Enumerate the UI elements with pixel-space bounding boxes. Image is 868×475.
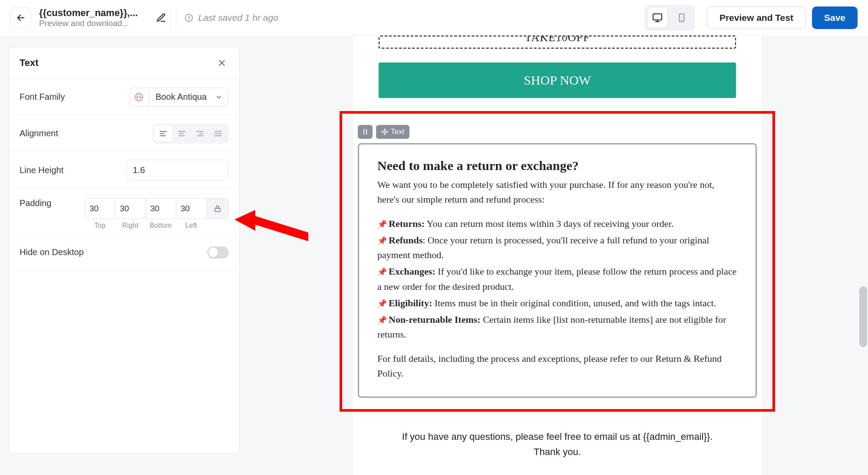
close-icon [218, 59, 226, 67]
monitor-icon [652, 13, 663, 23]
text-properties-panel: Text Font Family Book Antiqua Alignment [9, 47, 240, 453]
padding-inputs [85, 198, 229, 219]
last-saved-text: Last saved 1 hr ago [198, 13, 278, 23]
save-button[interactable]: Save [812, 7, 858, 29]
back-button[interactable] [10, 7, 31, 28]
font-family-dropdown[interactable]: Book Antiqua [148, 88, 229, 107]
columns-icon [361, 128, 369, 136]
hide-desktop-label: Hide on Desktop [20, 247, 84, 257]
padding-bottom-sublabel: Bottom [145, 222, 176, 229]
policy-exchanges: 📌Exchanges: If you'd like to exchange yo… [377, 264, 737, 294]
padding-sublabels: Top Right Bottom Left [85, 222, 229, 229]
policy-returns: 📌Returns: You can return most items with… [377, 216, 737, 231]
policy-nonreturnable: 📌Non-returnable Items: Certain items lik… [377, 312, 737, 342]
pencil-icon [156, 13, 166, 23]
align-center-icon [177, 129, 186, 138]
panel-header: Text [9, 47, 239, 79]
page-title: {{customer_name}},... [39, 7, 138, 19]
policy-refunds: 📌Refunds: Once your return is processed,… [377, 233, 737, 262]
lock-icon [214, 205, 221, 213]
pin-icon: 📌 [377, 299, 387, 308]
block-type-badge[interactable]: Text [376, 125, 409, 139]
block-columns-button[interactable] [358, 125, 373, 139]
pin-icon: 📌 [377, 316, 387, 324]
align-center-button[interactable] [172, 125, 191, 142]
device-mobile-button[interactable] [671, 7, 692, 28]
panel-empty-area [9, 271, 239, 453]
align-right-button[interactable] [191, 125, 209, 142]
svg-rect-2 [653, 14, 662, 20]
coupon-code-text: TAKE10OFF [525, 36, 590, 44]
edit-title-button[interactable] [151, 7, 172, 28]
padding-right-sublabel: Right [115, 222, 145, 229]
pin-icon: 📌 [377, 236, 387, 245]
email-canvas[interactable]: TAKE10OFF SHOP NOW Text Need to make a r… [353, 36, 762, 475]
page-title-block: {{customer_name}},... Preview and downlo… [39, 7, 138, 28]
text-block-closing: For full details, including the process … [377, 351, 737, 381]
line-height-label: Line Height [20, 165, 63, 175]
preview-test-button[interactable]: Preview and Test [707, 7, 806, 29]
coupon-code-box[interactable]: TAKE10OFF [379, 36, 736, 49]
align-justify-button[interactable] [209, 125, 227, 142]
global-style-button[interactable] [129, 88, 148, 107]
text-block[interactable]: Need to make a return or exchange? We wa… [358, 143, 757, 398]
font-family-row: Font Family Book Antiqua [9, 79, 239, 115]
alignment-group [152, 124, 229, 144]
align-right-icon [195, 129, 204, 138]
padding-bottom-input[interactable] [146, 199, 176, 219]
align-justify-icon [214, 129, 222, 138]
close-panel-button[interactable] [215, 56, 229, 70]
footer-line1: If you have any questions, please feel f… [402, 431, 713, 442]
alignment-label: Alignment [20, 128, 58, 138]
topbar-actions: Preview and Test Save [707, 7, 858, 29]
block-toolbar: Text [358, 125, 757, 139]
font-family-value: Book Antiqua [155, 92, 207, 102]
policy-list: 📌Returns: You can return most items with… [377, 216, 737, 342]
font-family-control: Book Antiqua [129, 88, 229, 107]
alignment-row: Alignment [9, 115, 239, 152]
device-desktop-button[interactable] [647, 7, 668, 28]
shop-now-button[interactable]: SHOP NOW [379, 62, 736, 98]
padding-top-input[interactable] [85, 199, 116, 219]
align-left-icon [159, 129, 168, 138]
text-block-heading: Need to make a return or exchange? [377, 158, 737, 173]
policy-eligibility: 📌Eligibility: Items must be in their ori… [377, 296, 737, 311]
panel-title: Text [20, 57, 39, 69]
padding-right-input[interactable] [116, 199, 146, 219]
pin-icon: 📌 [377, 268, 387, 276]
padding-left-sublabel: Left [176, 222, 206, 229]
pin-icon: 📌 [377, 220, 387, 229]
line-height-row: Line Height [9, 152, 239, 189]
align-left-button[interactable] [154, 125, 172, 142]
device-toggle [644, 5, 695, 31]
text-block-intro: We want you to be completely satisfied w… [377, 177, 737, 207]
svg-rect-24 [215, 208, 220, 212]
padding-left-input[interactable] [176, 199, 207, 219]
page-subtitle: Preview and download... [39, 19, 138, 28]
padding-row: Padding Top Right Bottom Left [9, 189, 239, 234]
padding-lock-button[interactable] [207, 199, 228, 219]
chevron-down-icon [215, 94, 222, 101]
move-icon [381, 128, 388, 135]
globe-icon [134, 92, 144, 102]
scrollbar[interactable] [859, 286, 867, 347]
hide-desktop-toggle[interactable] [207, 246, 229, 259]
svg-marker-29 [234, 210, 308, 241]
block-type-label: Text [391, 128, 404, 136]
footer-text: If you have any questions, please feel f… [353, 429, 762, 468]
footer-line2: Thank you. [534, 446, 581, 457]
hide-desktop-row: Hide on Desktop [9, 234, 239, 271]
font-family-label: Font Family [20, 92, 65, 102]
padding-top-sublabel: Top [85, 222, 115, 229]
selected-block-highlight: Text Need to make a return or exchange? … [340, 111, 775, 412]
top-bar: {{customer_name}},... Preview and downlo… [0, 0, 868, 36]
line-height-input[interactable] [126, 160, 229, 180]
clock-icon [184, 13, 194, 23]
annotation-arrow-icon [234, 208, 308, 243]
divider [176, 7, 176, 29]
last-saved: Last saved 1 hr ago [184, 13, 278, 23]
arrow-left-icon [16, 13, 26, 23]
smartphone-icon [677, 13, 686, 23]
padding-label: Padding [20, 198, 51, 208]
